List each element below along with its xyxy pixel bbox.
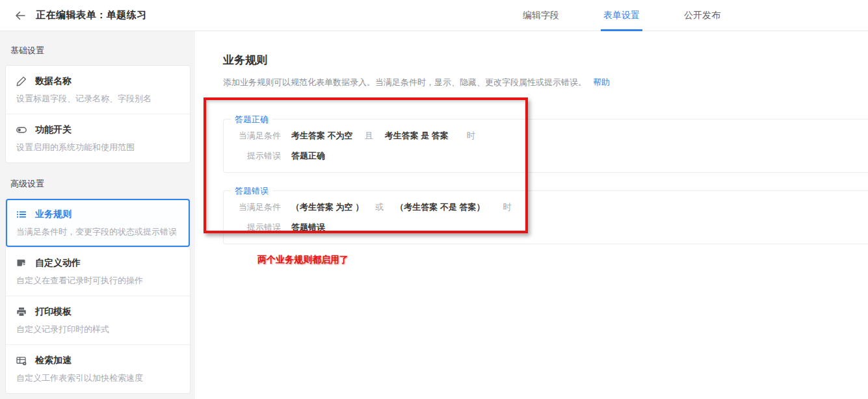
sidebar-item-subtitle: 自定义在查看记录时可执行的操作 <box>16 275 179 287</box>
item-head: 打印模板 <box>16 306 179 318</box>
error-message: 答题错误 <box>291 222 325 232</box>
main-panel: 业务规则 添加业务规则可以规范化表单数据录入。当满足条件时，显示、隐藏、更改字段… <box>195 31 868 399</box>
basic-settings-card: 数据名称 设置标题字段、记录名称、字段别名 功能开关 设置启用的系统功能和使用范… <box>5 65 191 163</box>
back-button[interactable] <box>14 10 26 21</box>
rule-condition-row: 当满足条件 （考生答案 为空 ） 或 （考生答案 不是 答案） 时 <box>224 202 868 212</box>
page-title: 正在编辑表单：单题练习 <box>36 9 147 21</box>
sidebar-item-label: 自定义动作 <box>35 257 81 269</box>
rule-card-wrong: 答题错误 当满足条件 （考生答案 为空 ） 或 （考生答案 不是 答案） 时 提… <box>223 190 868 244</box>
error-values: 答题错误 <box>291 222 325 232</box>
item-head: 自定义动作 <box>16 257 179 269</box>
condition-field: （考生答案 为空 ） <box>291 202 363 212</box>
sidebar-item-subtitle: 设置标题字段、记录名称、字段别名 <box>16 93 179 105</box>
item-head: 数据名称 <box>16 75 179 87</box>
rule-error-row: 提示错误 答题正确 <box>224 151 868 161</box>
tab-publish[interactable]: 公开发布 <box>683 0 722 31</box>
condition-field: 考生答案 是 答案 <box>385 131 449 140</box>
item-head: 功能开关 <box>16 124 179 136</box>
error-message: 答题正确 <box>291 151 325 161</box>
tab-form-settings[interactable]: 表单设置 <box>602 0 641 31</box>
sidebar-item-subtitle: 设置启用的系统功能和使用范围 <box>16 142 179 153</box>
item-head: 检索加速 <box>16 355 179 367</box>
section-label-advanced: 高级设置 <box>5 178 191 190</box>
page-description: 添加业务规则可以规范化表单数据录入。当满足条件时，显示、隐藏、更改字段属性或提示… <box>223 77 868 88</box>
condition-values: （考生答案 为空 ） 或 （考生答案 不是 答案） 时 <box>291 202 511 212</box>
sidebar-item-print-template[interactable]: 打印模板 自定义记录打印时的样式 <box>6 296 190 344</box>
toggle-icon <box>16 125 27 135</box>
item-head: 业务规则 <box>16 209 179 220</box>
sidebar-item-label: 业务规则 <box>35 209 72 220</box>
rule-name-link[interactable]: 答题正确 <box>231 114 272 125</box>
sidebar-item-search-acceleration[interactable]: 检索加速 自定义工作表索引以加快检索速度 <box>6 344 190 393</box>
tab-edit-fields[interactable]: 编辑字段 <box>521 0 560 31</box>
page-heading: 业务规则 <box>223 53 868 68</box>
error-label: 提示错误 <box>224 151 281 161</box>
table-index-icon <box>16 355 27 366</box>
rule-condition-row: 当满足条件 考生答案 不为空 且 考生答案 是 答案 时 <box>224 131 868 140</box>
section-label-basic: 基础设置 <box>5 45 191 57</box>
cursor-action-icon <box>16 258 27 268</box>
error-label: 提示错误 <box>224 222 281 232</box>
settings-sidebar: 基础设置 数据名称 设置标题字段、记录名称、字段别名 功能开关 <box>0 31 195 399</box>
sidebar-item-label: 功能开关 <box>35 124 72 136</box>
sidebar-item-subtitle: 自定义工作表索引以加快检索速度 <box>16 372 179 384</box>
rule-card-correct: 答题正确 当满足条件 考生答案 不为空 且 考生答案 是 答案 时 提示错误 答… <box>223 119 868 173</box>
advanced-settings-card: 业务规则 当满足条件时，变更字段的状态或提示错误 自定义动作 自定义在查看记录时… <box>5 198 191 394</box>
header-tabs: 编辑字段 表单设置 公开发布 <box>521 0 722 31</box>
condition-label: 当满足条件 <box>224 202 281 212</box>
sidebar-item-data-name[interactable]: 数据名称 设置标题字段、记录名称、字段别名 <box>6 66 190 114</box>
sidebar-item-subtitle: 当满足条件时，变更字段的状态或提示错误 <box>16 226 179 238</box>
condition-field: （考生答案 不是 答案） <box>395 202 484 212</box>
condition-field: 考生答案 不为空 <box>291 131 353 140</box>
header-bar: 正在编辑表单：单题练习 编辑字段 表单设置 公开发布 <box>0 0 868 31</box>
header-left: 正在编辑表单：单题练习 <box>0 9 147 21</box>
sidebar-item-feature-switch[interactable]: 功能开关 设置启用的系统功能和使用范围 <box>6 114 190 162</box>
rule-name-link[interactable]: 答题错误 <box>231 185 272 197</box>
rule-error-row: 提示错误 答题错误 <box>224 222 868 232</box>
sidebar-item-label: 检索加速 <box>35 355 72 367</box>
help-link[interactable]: 帮助 <box>593 77 610 87</box>
sidebar-item-subtitle: 自定义记录打印时的样式 <box>16 324 179 335</box>
description-text: 添加业务规则可以规范化表单数据录入。当满足条件时，显示、隐藏、更改字段属性或提示… <box>223 77 586 87</box>
condition-when: 时 <box>503 202 511 212</box>
condition-when: 时 <box>467 131 475 140</box>
content-area: 基础设置 数据名称 设置标题字段、记录名称、字段别名 功能开关 <box>0 31 868 399</box>
sidebar-item-label: 数据名称 <box>35 75 72 87</box>
printer-icon <box>16 307 27 317</box>
sidebar-item-custom-action[interactable]: 自定义动作 自定义在查看记录时可执行的操作 <box>6 247 190 296</box>
error-values: 答题正确 <box>291 151 325 161</box>
annotation-text: 两个业务规则都启用了 <box>257 254 349 266</box>
list-icon <box>16 209 27 220</box>
condition-label: 当满足条件 <box>224 131 281 140</box>
condition-conjunction: 或 <box>375 202 384 212</box>
sidebar-item-business-rules[interactable]: 业务规则 当满足条件时，变更字段的状态或提示错误 <box>6 199 190 247</box>
condition-conjunction: 且 <box>365 131 373 140</box>
back-arrow-icon <box>14 10 26 21</box>
pencil-icon <box>16 76 27 86</box>
sidebar-item-label: 打印模板 <box>35 306 72 318</box>
condition-values: 考生答案 不为空 且 考生答案 是 答案 时 <box>291 131 475 140</box>
